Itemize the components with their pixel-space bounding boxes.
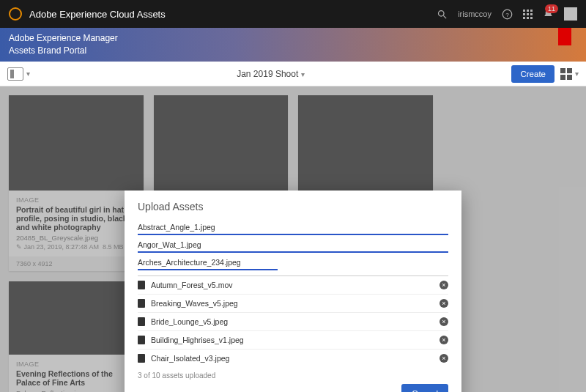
- uploading-filename: Angor_Wat_1.jpeg: [138, 240, 201, 249]
- grid-view-icon: [560, 68, 572, 80]
- breadcrumb-label: Jan 2019 Shoot: [237, 69, 298, 79]
- uploading-filename: Abstract_Angle_1.jpeg: [138, 223, 215, 232]
- file-icon: [138, 336, 145, 344]
- queued-list: Autumn_Forest_v5.mov×Breaking_Waves_v5.j…: [138, 275, 448, 367]
- chevron-down-icon: ▾: [301, 70, 305, 78]
- chevron-down-icon: ▾: [575, 70, 579, 78]
- rail-icon: [7, 67, 23, 81]
- search-icon[interactable]: [437, 9, 448, 20]
- view-switcher-button[interactable]: ▾: [560, 68, 579, 80]
- global-top-bar: Adobe Experience Cloud Assets irismccoy …: [0, 0, 586, 28]
- progress-bar: [138, 251, 448, 253]
- queued-filename: Chair_Isolated_v3.jpeg: [151, 354, 229, 363]
- file-icon: [138, 299, 145, 308]
- cancel-button[interactable]: Cancel: [401, 384, 448, 392]
- file-icon: [138, 317, 145, 326]
- remove-file-button[interactable]: ×: [440, 354, 448, 363]
- queued-filename: Building_Highrises_v1.jpeg: [151, 336, 244, 344]
- adobe-logo-icon: [9, 7, 22, 21]
- banner-line1: Adobe Experience Manager: [9, 32, 577, 45]
- queued-row: Autumn_Forest_v5.mov×: [138, 275, 448, 294]
- queued-filename: Bride_Lounge_v5.jpeg: [151, 317, 228, 326]
- asset-canvas: IMAGEPortrait of beautiful girl in hat i…: [0, 86, 586, 392]
- queued-row: Bride_Lounge_v5.jpeg×: [138, 312, 448, 330]
- adobe-tag-icon: [558, 28, 571, 45]
- help-icon[interactable]: ?: [502, 9, 513, 20]
- queued-row: Chair_Isolated_v3.jpeg×: [138, 349, 448, 367]
- upload-assets-modal: Upload Assets Abstract_Angle_1.jpegAngor…: [125, 191, 461, 392]
- uploading-row: Arches_Architecture_234.jpeg: [138, 255, 448, 273]
- uploading-filename: Arches_Architecture_234.jpeg: [138, 258, 241, 267]
- upload-status-text: 3 of 10 assets uploaded: [138, 367, 448, 380]
- queued-filename: Autumn_Forest_v5.mov: [151, 281, 232, 289]
- svg-text:?: ?: [505, 11, 509, 18]
- page-toolbar: ▾ Jan 2019 Shoot▾ Create ▾: [0, 62, 586, 86]
- uploading-row: Angor_Wat_1.jpeg: [138, 237, 448, 255]
- svg-line-1: [444, 15, 447, 18]
- app-title: Adobe Experience Cloud Assets: [29, 9, 426, 20]
- queued-filename: Breaking_Waves_v5.jpeg: [151, 299, 238, 308]
- remove-file-button[interactable]: ×: [440, 281, 448, 289]
- queued-row: Building_Highrises_v1.jpeg×: [138, 330, 448, 349]
- file-icon: [138, 354, 145, 363]
- notifications-icon[interactable]: 11: [543, 9, 554, 20]
- breadcrumb[interactable]: Jan 2019 Shoot▾: [30, 69, 511, 79]
- progress-bar: [138, 269, 278, 270]
- remove-file-button[interactable]: ×: [440, 299, 448, 308]
- banner-line2: Assets Brand Portal: [9, 45, 577, 57]
- avatar-icon[interactable]: [564, 7, 577, 21]
- svg-point-0: [439, 10, 445, 16]
- progress-bar: [138, 234, 448, 235]
- queued-row: Breaking_Waves_v5.jpeg×: [138, 294, 448, 312]
- modal-title: Upload Assets: [138, 201, 448, 212]
- notification-count-badge: 11: [545, 4, 558, 13]
- username-label[interactable]: irismccoy: [458, 10, 492, 18]
- create-button[interactable]: Create: [511, 65, 555, 83]
- apps-grid-icon[interactable]: [523, 10, 533, 19]
- uploading-list: Abstract_Angle_1.jpegAngor_Wat_1.jpegArc…: [138, 220, 448, 273]
- uploading-row: Abstract_Angle_1.jpeg: [138, 220, 448, 237]
- product-banner: Adobe Experience Manager Assets Brand Po…: [0, 28, 586, 62]
- rail-toggle-button[interactable]: ▾: [7, 67, 30, 81]
- file-icon: [138, 281, 145, 289]
- remove-file-button[interactable]: ×: [440, 317, 448, 326]
- remove-file-button[interactable]: ×: [440, 336, 448, 344]
